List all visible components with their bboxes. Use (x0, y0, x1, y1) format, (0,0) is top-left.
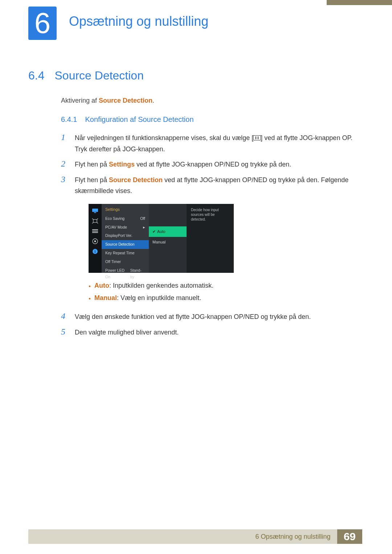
svg-rect-4 (92, 231, 98, 231)
svg-rect-1 (94, 212, 96, 213)
step-number: 5 (61, 327, 68, 336)
info-icon: i (91, 248, 99, 255)
osd-screenshot: i Settings Eco SavingOff PC/AV Mode▸ Dis… (89, 204, 234, 273)
intro-prefix: Aktivering af (61, 97, 99, 104)
subsection-heading: 6.4.1 Konfiguration af Source Detection (61, 115, 362, 124)
step-text: Flyt hen på Settings ved at flytte JOG-k… (75, 159, 291, 170)
subsection-title: Konfiguration af Source Detection (85, 115, 193, 124)
step-2-post: ved at flytte JOG-knappen OP/NED og tryk… (135, 161, 291, 168)
step-1-pre: Når vejledningen til funktionsknapperne … (75, 134, 253, 141)
bullet-dot-icon: ● (89, 279, 91, 292)
section-number: 6.4 (28, 69, 44, 82)
step-3-pre: Flyt hen på (75, 176, 109, 184)
step-2: 2 Flyt hen på Settings ved at flytte JOG… (61, 159, 362, 170)
svg-rect-2 (93, 219, 97, 222)
menu-icon (253, 135, 261, 140)
settings-icon (91, 238, 99, 245)
section-title: Source Detection (54, 69, 143, 82)
osd-menu-title: Settings (102, 206, 149, 214)
step-5: 5 Den valgte mulighed bliver anvendt. (61, 327, 362, 338)
list-icon (91, 228, 99, 234)
display-icon (91, 208, 99, 214)
osd-help-text: Decide how input sources will be detecte… (187, 204, 234, 273)
osd-sidebar-icons: i (89, 204, 102, 273)
footer-page-number: 69 (337, 529, 362, 544)
osd-item-dpver: DisplayPort Ver. (102, 231, 149, 240)
osd-item-offtimer: Off Timer (102, 258, 149, 266)
size-icon (91, 218, 99, 224)
bullet-keyword: Manual (94, 294, 117, 301)
intro-keyword: Source Detection (99, 97, 152, 104)
step-text: Den valgte mulighed bliver anvendt. (75, 327, 179, 338)
steps-list: 1 Når vejledningen til funktionsknappern… (61, 132, 362, 338)
page-footer: 6 Opsætning og nulstilling 69 (28, 529, 362, 544)
svg-point-7 (94, 240, 96, 242)
chapter-title: Opsætning og nulstilling (69, 14, 208, 29)
section-heading: 6.4 Source Detection (28, 69, 362, 82)
osd-item-source-detection: Source Detection (102, 240, 149, 249)
check-icon: ✔ (152, 228, 156, 235)
osd-option-manual: Manual (149, 237, 187, 247)
svg-rect-5 (92, 232, 98, 233)
chapter-badge: 6 (28, 7, 57, 40)
step-text: Vælg den ønskede funktion ved at flytte … (75, 311, 311, 323)
step-number: 1 (61, 132, 68, 142)
osd-item-keyrepeat: Key Repeat Time (102, 249, 149, 258)
svg-rect-3 (92, 229, 98, 230)
step-number: 4 (61, 311, 68, 321)
svg-rect-0 (92, 209, 98, 212)
header-stripe (327, 0, 392, 5)
footer-text: 6 Opsætning og nulstilling (256, 533, 331, 541)
step-2-keyword: Settings (109, 161, 135, 168)
intro-suffix: . (152, 97, 154, 104)
step-2-pre: Flyt hen på (75, 161, 109, 168)
bullet-dot-icon: ● (89, 292, 91, 304)
osd-item-powerled: Power LED OnStand-by (102, 266, 149, 282)
step-4: 4 Vælg den ønskede funktion ved at flytt… (61, 311, 362, 323)
osd-option-auto: ✔Auto (149, 226, 187, 237)
step-1: 1 Når vejledningen til funktionsknappern… (61, 132, 362, 155)
osd-menu: Settings Eco SavingOff PC/AV Mode▸ Displ… (102, 204, 149, 273)
step-number: 2 (61, 159, 68, 168)
chapter-number: 6 (34, 9, 51, 38)
step-text: Når vejledningen til funktionsknapperne … (75, 132, 362, 155)
bullet-manual: ● Manual: Vælg en inputkilde manuelt. (89, 292, 362, 304)
subsection-number: 6.4.1 (61, 115, 77, 124)
step-number: 3 (61, 175, 68, 184)
chevron-down-icon: ▾ (102, 281, 149, 287)
step-3: 3 Flyt hen på Source Detection ved at fl… (61, 175, 362, 307)
osd-item-eco: Eco SavingOff (102, 214, 149, 223)
step-3-keyword: Source Detection (109, 176, 163, 184)
bullet-rest: : Vælg en inputkilde manuelt. (117, 294, 201, 301)
intro-text: Aktivering af Source Detection. (61, 97, 362, 104)
osd-options: ✔Auto Manual (149, 204, 187, 273)
svg-text:i: i (95, 250, 96, 254)
osd-item-pcav: PC/AV Mode▸ (102, 223, 149, 232)
step-text: Flyt hen på Source Detection ved at flyt… (75, 175, 362, 307)
